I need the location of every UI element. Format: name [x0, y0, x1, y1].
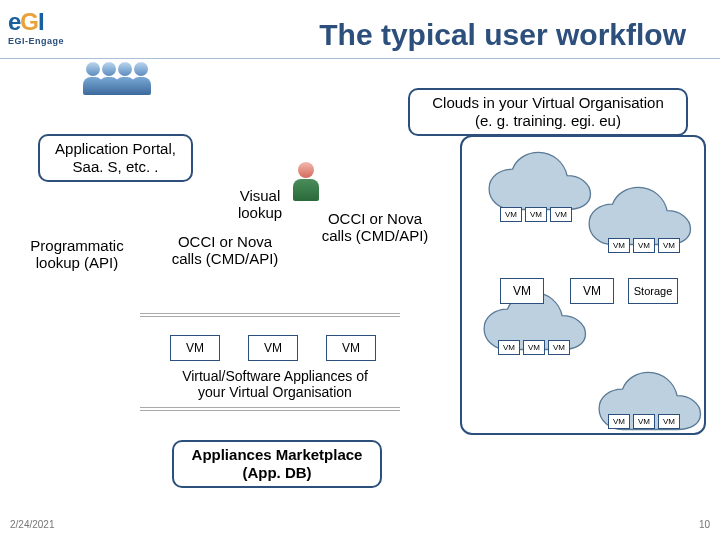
visual-lookup-label: Visuallookup [225, 187, 295, 222]
vm-box: VM [500, 278, 544, 304]
slide-title: The typical user workflow [319, 18, 686, 52]
egi-logo: eGI EGI-Engage [8, 8, 64, 46]
vm-box: VM [248, 335, 298, 361]
occi-right-label: OCCI or Novacalls (CMD/API) [315, 210, 435, 245]
footer-page-number: 10 [699, 519, 710, 530]
application-portal-box: Application Portal,Saa. S, etc. . [38, 134, 193, 182]
marketplace-box: Appliances Marketplace(App. DB) [172, 440, 382, 488]
vm-box: VM [658, 238, 680, 253]
user-group-icon [82, 62, 146, 95]
vm-box: VM [326, 335, 376, 361]
divider-line [140, 407, 400, 411]
vm-box: VM [170, 335, 220, 361]
vm-box: VM [525, 207, 547, 222]
single-user-icon [292, 162, 314, 201]
vm-box: VM [658, 414, 680, 429]
vm-box: VM [548, 340, 570, 355]
appliances-caption: Virtual/Software Appliances ofyour Virtu… [155, 368, 395, 400]
cloud-shape-icon [590, 370, 720, 450]
vm-box: VM [550, 207, 572, 222]
vm-box: VM [608, 414, 630, 429]
vm-box: VM [523, 340, 545, 355]
vm-box: VM [633, 414, 655, 429]
programmatic-lookup-label: Programmaticlookup (API) [22, 237, 132, 272]
storage-box: Storage [628, 278, 678, 304]
footer-date: 2/24/2021 [10, 519, 55, 530]
title-underline [0, 58, 720, 59]
cloud-shape-icon [580, 185, 710, 265]
vm-box: VM [608, 238, 630, 253]
divider-line [140, 313, 400, 317]
occi-left-label: OCCI or Novacalls (CMD/API) [165, 233, 285, 268]
vm-box: VM [500, 207, 522, 222]
vm-box: VM [633, 238, 655, 253]
vm-box: VM [570, 278, 614, 304]
vm-box: VM [498, 340, 520, 355]
clouds-header-box: Clouds in your Virtual Organisation(e. g… [408, 88, 688, 136]
